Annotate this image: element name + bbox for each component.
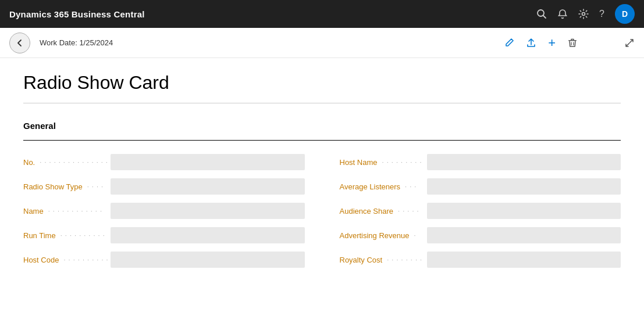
field-average-listeners: Average Listeners · · · xyxy=(340,174,621,199)
input-radio-show-type[interactable] xyxy=(111,178,305,195)
input-name[interactable] xyxy=(111,203,305,219)
field-name: Name · · · · · · · · · · · · xyxy=(23,199,305,223)
label-no: No. xyxy=(23,158,35,167)
search-icon[interactable] xyxy=(536,9,547,19)
share-icon[interactable] xyxy=(526,38,536,48)
dots-royalty-cost: · · · · · · · · xyxy=(385,256,422,263)
left-column: No. · · · · · · · · · · · · · · · Radio … xyxy=(23,150,305,272)
page-content: Radio Show Card General No. · · · · · · … xyxy=(0,58,644,295)
field-royalty-cost: Royalty Cost · · · · · · · · xyxy=(340,247,621,272)
dots-radio-show-type: · · · · xyxy=(85,183,104,190)
section-divider xyxy=(23,103,621,103)
input-run-time[interactable] xyxy=(111,227,305,243)
label-royalty-cost: Royalty Cost xyxy=(340,256,383,264)
field-audience-share: Audience Share · · · · · xyxy=(340,199,621,223)
input-host-code[interactable] xyxy=(111,252,305,268)
label-advertising-revenue: Advertising Revenue xyxy=(340,231,410,240)
label-radio-show-type: Radio Show Type xyxy=(23,182,83,191)
label-audience-share: Audience Share xyxy=(340,207,394,216)
toolbar-actions: + xyxy=(504,37,635,49)
user-avatar[interactable]: D xyxy=(615,4,635,24)
app-title: Dynamics 365 Business Central xyxy=(9,9,145,19)
dots-advertising-revenue: · xyxy=(411,232,416,239)
settings-icon[interactable] xyxy=(578,9,589,19)
add-icon[interactable]: + xyxy=(548,37,556,49)
nav-actions: ? D xyxy=(536,4,635,24)
work-date-label: Work Date: 1/25/2024 xyxy=(40,38,499,47)
svg-rect-3 xyxy=(568,40,577,41)
delete-icon[interactable] xyxy=(567,38,578,48)
right-column: Host Name · · · · · · · · · Average List… xyxy=(340,150,621,272)
input-royalty-cost[interactable] xyxy=(427,252,621,268)
label-host-code: Host Code xyxy=(23,256,59,264)
dots-name: · · · · · · · · · · · · xyxy=(46,207,102,214)
field-run-time: Run Time · · · · · · · · · · xyxy=(23,223,305,247)
dots-no: · · · · · · · · · · · · · · · xyxy=(37,159,108,166)
input-advertising-revenue[interactable] xyxy=(427,227,621,243)
general-section-title: General xyxy=(23,115,621,141)
input-audience-share[interactable] xyxy=(427,203,621,219)
help-icon[interactable]: ? xyxy=(599,9,604,19)
dots-host-code: · · · · · · · · · · xyxy=(61,256,108,263)
field-advertising-revenue: Advertising Revenue · xyxy=(340,223,621,247)
field-radio-show-type: Radio Show Type · · · · xyxy=(23,174,305,199)
label-name: Name xyxy=(23,207,44,216)
dots-audience-share: · · · · · xyxy=(396,207,419,214)
back-button[interactable] xyxy=(9,33,30,53)
field-host-code: Host Code · · · · · · · · · · xyxy=(23,247,305,272)
dots-host-name: · · · · · · · · · xyxy=(380,159,422,166)
input-average-listeners[interactable] xyxy=(427,178,621,195)
label-run-time: Run Time xyxy=(23,231,56,240)
expand-icon[interactable] xyxy=(624,38,635,48)
page-title: Radio Show Card xyxy=(23,58,621,103)
svg-point-2 xyxy=(582,13,585,16)
field-host-name: Host Name · · · · · · · · · xyxy=(340,150,621,174)
edit-icon[interactable] xyxy=(504,38,514,48)
dots-run-time: · · · · · · · · · · xyxy=(58,232,105,239)
toolbar: Work Date: 1/25/2024 + xyxy=(0,28,644,58)
input-no[interactable] xyxy=(111,154,305,170)
nav-bar: Dynamics 365 Business Central ? D xyxy=(0,0,644,28)
svg-line-1 xyxy=(543,16,546,19)
input-host-name[interactable] xyxy=(427,154,621,170)
form-grid: No. · · · · · · · · · · · · · · · Radio … xyxy=(23,150,621,272)
label-average-listeners: Average Listeners xyxy=(340,182,401,191)
dots-average-listeners: · · · xyxy=(403,183,417,190)
label-host-name: Host Name xyxy=(340,158,378,167)
field-no: No. · · · · · · · · · · · · · · · xyxy=(23,150,305,174)
bell-icon[interactable] xyxy=(557,9,568,19)
